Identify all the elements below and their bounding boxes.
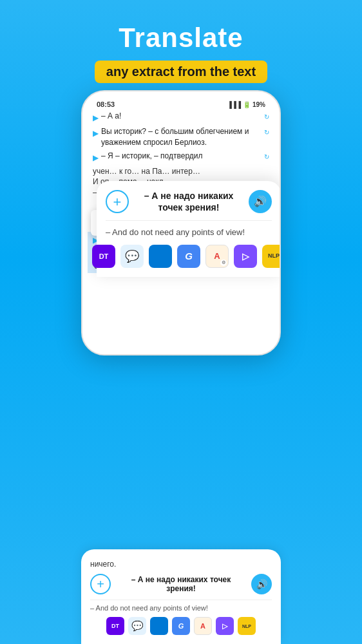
line-text-1: – А а!	[101, 111, 262, 122]
app-bubble-icon[interactable]: 💬	[120, 245, 144, 268]
add-icon: +	[113, 191, 122, 213]
page-title: Translate	[0, 23, 362, 53]
phone-outer: 08:53 ▐▐▐ 🔋 19% ▶ – А а! ↻ ▶ Вы историк?…	[81, 90, 281, 355]
bg-app-dt[interactable]: DT	[106, 617, 124, 635]
bg-app-bubble[interactable]: 💬	[128, 617, 146, 635]
app-dt-icon[interactable]: DT	[92, 245, 115, 268]
card-top-row: + – А не надо никаких точек зрения! 🔊	[106, 190, 272, 213]
status-bar: 08:53 ▐▐▐ 🔋 19%	[88, 97, 274, 109]
bg-card-inner: ничего. + – А не надо никаких точек зрен…	[81, 549, 281, 644]
bg-app-arrow[interactable]: ▷	[216, 617, 234, 635]
card-divider	[106, 220, 272, 221]
speaker-icon: 🔊	[254, 194, 267, 209]
card-source-text: – А не надо никаких точек зрения!	[134, 190, 243, 213]
bg-card-top: + – А не надо никаких точек зрения! 🔊	[90, 574, 272, 594]
bg-card-translation: – And do not need any points of view!	[90, 604, 272, 612]
bg-add-button[interactable]: +	[90, 574, 111, 594]
status-icons: ▐▐▐ 🔋 19%	[227, 101, 265, 108]
sync-icon-3: ↻	[264, 152, 269, 162]
subtitle-badge: any extract from the text	[95, 61, 267, 83]
speaker-button[interactable]: 🔊	[249, 190, 272, 213]
app-arrow-icon[interactable]: ▷	[234, 245, 257, 268]
sync-icon-2: ↻	[264, 128, 269, 137]
bg-ничего-text: ничего.	[90, 558, 272, 574]
reader-content: ▶ – А а! ↻ ▶ Вы историк? – с большим обл…	[88, 109, 274, 354]
play-icon-2[interactable]: ▶	[93, 128, 99, 139]
reader-line-2: ▶ Вы историк? – с большим облегчением и …	[88, 125, 274, 149]
battery-pct: 19%	[252, 101, 265, 108]
header-section: Translate any extract from the text	[0, 0, 362, 83]
app-nlp-icon[interactable]: NLP	[262, 245, 281, 268]
bg-app-nlp[interactable]: NLP	[238, 617, 256, 635]
sync-icon-1: ↻	[264, 112, 269, 122]
reader-line-3: ▶ – Я – историк, – подтвердил ↻	[88, 149, 274, 165]
app-ms-icon[interactable]	[149, 245, 172, 268]
card-translation: – And do not need any points of view!	[106, 226, 272, 239]
play-icon-3[interactable]: ▶	[93, 152, 99, 164]
app-az-icon[interactable]: A ⚙	[205, 245, 229, 268]
bg-app-ms[interactable]	[150, 617, 168, 635]
phone-mockup: 08:53 ▐▐▐ 🔋 19% ▶ – А а! ↻ ▶ Вы историк?…	[81, 90, 281, 355]
line-text-2: Вы историк? – с большим облегчением и ув…	[101, 126, 262, 148]
signal-icon: ▐▐▐	[227, 101, 241, 108]
bg-app-google[interactable]: G	[172, 617, 190, 635]
bg-speaker-button[interactable]: 🔊	[251, 574, 272, 594]
apps-row: DT 💬 G A ⚙ ▷ NLP	[106, 245, 272, 268]
bg-phone-card: ничего. + – А не надо никаких точек зрен…	[81, 549, 281, 644]
translation-card: + – А не надо никаких точек зрения! 🔊 – …	[97, 181, 281, 277]
bg-apps-row: DT 💬 G A ▷ NLP	[90, 617, 272, 635]
bg-app-az[interactable]: A	[194, 617, 212, 635]
add-button[interactable]: +	[106, 190, 129, 213]
status-time: 08:53	[97, 100, 115, 108]
play-icon-1[interactable]: ▶	[93, 112, 99, 124]
app-google-icon[interactable]: G	[177, 245, 200, 268]
line-text-3: – Я – историк, – подтвердил	[101, 151, 262, 162]
bg-card-source-text: – А не надо никаких точек зрения!	[116, 575, 246, 593]
battery-icon: 🔋	[243, 101, 251, 108]
reader-line-1: ▶ – А а! ↻	[88, 109, 274, 125]
